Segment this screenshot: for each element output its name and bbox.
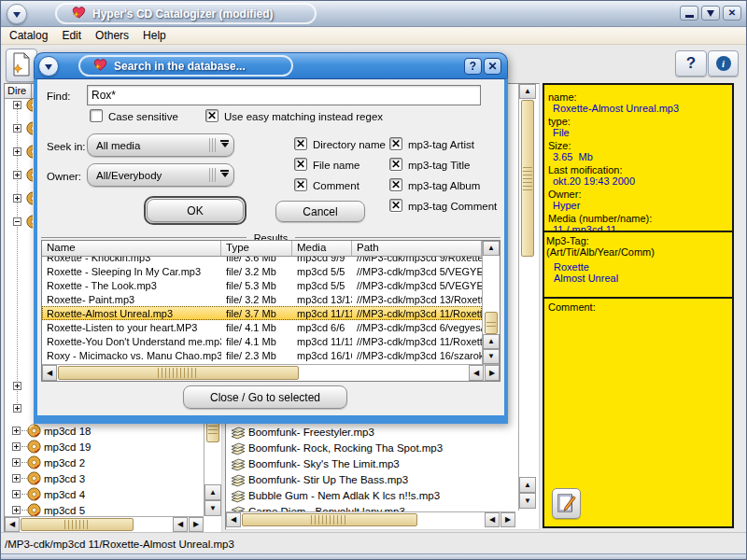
cd-icon (27, 471, 41, 487)
menu-help[interactable]: Help (143, 29, 166, 42)
window-titlebar: Hyper's CD Catalogizer (modified) (1, 1, 746, 27)
scroll-down-button[interactable] (519, 493, 536, 509)
scroll-left-button[interactable] (485, 512, 500, 527)
scroll-right-button[interactable] (485, 365, 500, 381)
table-row[interactable]: Roxy - Micimacko vs. Manu Chao.mp3file/ … (42, 348, 482, 362)
scroll-left-button[interactable] (173, 517, 188, 532)
directory-name-checkbox[interactable]: ✕ (294, 137, 307, 150)
file-vscroll-thumb[interactable] (521, 100, 534, 257)
case-sensitive-checkbox[interactable] (90, 109, 103, 122)
comment-checkbox[interactable]: ✕ (294, 178, 307, 191)
table-row[interactable]: Roxette- Paint.mp3file/ 3.2 Mbmp3cd 13/1… (42, 292, 482, 306)
scroll-down-button[interactable] (204, 500, 221, 516)
find-input[interactable]: Rox* (87, 85, 481, 105)
column-media[interactable]: Media (292, 241, 352, 257)
tree-expander-open[interactable] (13, 217, 21, 226)
window-title: Hyper's CD Catalogizer (modified) (92, 7, 274, 21)
shade-button[interactable] (701, 6, 720, 21)
results-horizontal-scrollbar[interactable] (42, 364, 500, 381)
scroll-right-button[interactable] (500, 512, 515, 527)
scroll-right-button[interactable] (189, 517, 204, 532)
mp3tag-album-checkbox[interactable]: ✕ (389, 178, 402, 191)
info-button[interactable]: i (708, 50, 739, 77)
tree-expander[interactable] (13, 147, 21, 156)
scroll-up-button[interactable] (483, 241, 500, 256)
cancel-button[interactable]: Cancel (275, 201, 365, 222)
tree-expander[interactable] (13, 382, 21, 390)
checkbox-mark: ✕ (391, 199, 401, 212)
tree-expander[interactable] (12, 474, 21, 483)
table-row[interactable]: Roxette - The Look.mp3file/ 5.3 Mbmp3cd … (42, 278, 482, 292)
column-path[interactable]: Path (352, 241, 482, 257)
scroll-down-button[interactable] (483, 349, 500, 364)
results-vscroll-thumb[interactable] (485, 312, 498, 334)
tree-expander[interactable] (13, 101, 21, 109)
scroll-up-button[interactable] (519, 477, 536, 493)
menu-catalog[interactable]: Catalog (9, 29, 48, 42)
minimize-button[interactable] (680, 6, 698, 21)
tree-expander[interactable] (12, 506, 21, 514)
mp3tag-title-checkbox[interactable]: ✕ (389, 158, 402, 171)
tree-expander[interactable] (13, 124, 21, 133)
file-name-checkbox[interactable]: ✕ (294, 158, 307, 171)
column-name[interactable]: Name (42, 241, 221, 257)
tree-expander[interactable] (12, 442, 21, 451)
dialog-help-button[interactable] (464, 58, 482, 75)
comment-label: Comment: (548, 301, 728, 313)
edit-comment-button[interactable] (552, 488, 581, 519)
scroll-left-button[interactable] (469, 365, 484, 381)
scroll-left-button[interactable] (5, 517, 20, 532)
file-vertical-scrollbar[interactable] (518, 84, 536, 511)
results-table-body: Roxette - Knockin.mp3file/ 3.6 Mbmp3cd 9… (42, 257, 482, 364)
tree-expander[interactable] (12, 490, 21, 498)
file-hscroll-thumb[interactable] (242, 513, 417, 526)
results-vertical-scrollbar[interactable] (482, 241, 500, 364)
dialog-titlebar: Search in the database... (34, 52, 508, 78)
find-input-value: Rox* (92, 89, 116, 102)
tree-expander[interactable] (13, 404, 21, 413)
minimize-icon (685, 15, 694, 18)
table-row[interactable]: Roxette - Knockin.mp3file/ 3.6 Mbmp3cd 9… (42, 257, 482, 264)
menu-others[interactable]: Others (95, 29, 129, 42)
file-horizontal-scrollbar[interactable] (226, 511, 515, 527)
owner-combobox[interactable]: All/Everybody (87, 163, 234, 187)
close-button[interactable] (723, 6, 741, 21)
window-menu-button[interactable] (7, 4, 27, 24)
cd-icon (26, 145, 33, 159)
dialog-menu-button[interactable] (38, 56, 59, 77)
tree-expander[interactable] (12, 458, 21, 467)
scroll-up-button[interactable] (483, 334, 500, 349)
tree-expander[interactable] (13, 171, 21, 179)
dialog-title: Search in the database... (114, 60, 246, 73)
table-row[interactable]: Roxette - Sleeping In My Car.mp3file/ 3.… (42, 264, 482, 278)
tree-hscroll-thumb[interactable] (21, 518, 134, 531)
scroll-left-button[interactable] (42, 365, 57, 381)
scroll-up-button[interactable] (519, 84, 536, 99)
mp3tag-artist-checkbox[interactable]: ✕ (389, 137, 402, 150)
tree-horizontal-scrollbar[interactable] (5, 516, 204, 532)
ok-button[interactable]: OK (147, 199, 244, 222)
easy-matching-checkbox[interactable]: ✕ (205, 109, 218, 122)
status-path: /MP3-cdk/mp3cd 11/Roxette-Almost Unreal.… (5, 539, 234, 550)
help-button[interactable]: ? (675, 50, 707, 77)
scroll-left-button[interactable] (226, 512, 241, 527)
dialog-close-button[interactable] (484, 58, 501, 75)
tree-expander[interactable] (13, 194, 21, 203)
scroll-up-button[interactable] (204, 484, 221, 500)
new-catalog-button[interactable] (6, 49, 37, 82)
seek-in-combobox[interactable]: All media (87, 133, 234, 157)
mp3tag-comment-checkbox[interactable]: ✕ (389, 199, 402, 212)
table-row-selected[interactable]: Roxette-Almost Unreal.mp3file/ 3.7 Mbmp3… (42, 306, 482, 320)
tree-expander[interactable] (12, 427, 21, 435)
close-go-to-selected-button[interactable]: Close / Go to selected (183, 385, 347, 409)
menu-edit[interactable]: Edit (62, 29, 81, 42)
menubar: Catalog Edit Others Help (1, 27, 746, 45)
owner-value: Hyper (553, 200, 728, 211)
table-row[interactable]: Roxette-You Don't Understand me.mp3file/… (42, 334, 482, 348)
tree-header-directory[interactable]: Dire (5, 84, 32, 98)
tag-artist: Roxette (554, 261, 730, 273)
table-row[interactable]: Roxette-Listen to your heart.MP3file/ 4.… (42, 320, 482, 334)
results-hscroll-thumb[interactable] (58, 366, 299, 380)
column-type[interactable]: Type (221, 241, 292, 257)
app-icon (72, 6, 86, 21)
